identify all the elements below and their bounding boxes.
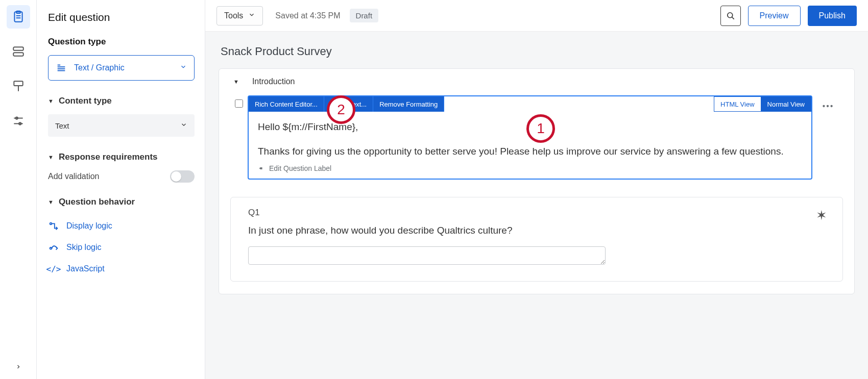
svg-rect-6: [14, 81, 22, 86]
chevron-down-icon: [248, 11, 255, 20]
rich-content-editor-button[interactable]: Rich Content Editor...: [249, 96, 324, 112]
topbar: Tools Saved at 4:35 PM Draft Preview Pub…: [205, 0, 868, 32]
code-icon: </>: [48, 263, 59, 274]
publish-button[interactable]: Publish: [808, 6, 857, 26]
caret-down-icon: ▼: [48, 154, 54, 160]
edit-panel: Edit question Question type Text / Graph…: [37, 0, 205, 379]
content-type-value: Text: [55, 121, 69, 130]
question-type-heading: Question type: [48, 37, 195, 47]
rail-item-workflows[interactable]: [7, 40, 30, 63]
svg-point-17: [50, 247, 52, 249]
display-logic-action[interactable]: Display logic: [48, 215, 195, 237]
editor-toolbar: Rich Content Editor... Piped Text... Rem…: [249, 96, 811, 112]
svg-point-18: [727, 12, 732, 17]
normal-view-button[interactable]: Normal View: [761, 96, 811, 112]
tools-dropdown[interactable]: Tools: [216, 6, 263, 26]
content-type-heading[interactable]: ▼ Content type: [48, 96, 195, 106]
add-validation-toggle[interactable]: [170, 170, 195, 183]
editor-line: Thanks for giving us the opportunity to …: [258, 144, 802, 159]
javascript-action[interactable]: </> JavaScript: [48, 258, 195, 280]
svg-line-19: [732, 17, 734, 19]
nav-rail: [0, 0, 37, 379]
edit-question-label[interactable]: Edit Question Label: [258, 164, 802, 172]
skip-logic-action[interactable]: Skip logic: [48, 237, 195, 258]
rail-item-options[interactable]: [7, 109, 30, 133]
question-text-editor[interactable]: Hello ${m://FirstName}, Thanks for givin…: [249, 112, 811, 179]
question-response-input[interactable]: [248, 246, 606, 265]
required-star-icon: ✶: [816, 208, 827, 223]
rail-item-look-feel[interactable]: [7, 74, 30, 98]
caret-down-icon: ▼: [48, 98, 54, 104]
remove-formatting-button[interactable]: Remove Formatting: [373, 96, 444, 112]
chevron-down-icon: [180, 121, 187, 130]
draft-badge: Draft: [350, 9, 379, 22]
question-card-q1[interactable]: Q1 In just one phrase, how would you des…: [230, 197, 843, 282]
svg-point-22: [830, 105, 832, 107]
editor-line: Hello ${m://FirstName},: [258, 120, 802, 134]
add-validation-label: Add validation: [48, 172, 100, 181]
preview-button[interactable]: Preview: [748, 6, 801, 26]
saved-label: Saved at 4:35 PM: [275, 11, 340, 20]
text-graphic-icon: [56, 62, 67, 73]
block-name: Introduction: [252, 77, 295, 86]
caret-down-icon: ▼: [233, 79, 239, 85]
selected-question[interactable]: Rich Content Editor... Piped Text... Rem…: [248, 95, 812, 180]
search-button[interactable]: [720, 6, 741, 26]
rail-collapse[interactable]: [0, 364, 36, 370]
canvas: Snack Product Survey ▼ Introduction Rich…: [205, 32, 868, 379]
caret-down-icon: ▼: [48, 199, 54, 205]
rail-item-survey[interactable]: [7, 5, 30, 29]
panel-title: Edit question: [48, 11, 195, 23]
question-number: Q1: [248, 208, 825, 218]
question-text: In just one phrase, how would you descri…: [248, 225, 825, 236]
svg-rect-4: [13, 47, 23, 50]
chevron-down-icon: [180, 63, 187, 72]
question-type-value: Text / Graphic: [74, 63, 125, 72]
question-behavior-heading[interactable]: ▼ Question behavior: [48, 197, 195, 207]
question-select-checkbox[interactable]: [235, 99, 243, 108]
svg-point-20: [823, 105, 825, 107]
survey-title: Snack Product Survey: [221, 45, 855, 58]
svg-rect-5: [13, 53, 23, 56]
main-area: Tools Saved at 4:35 PM Draft Preview Pub…: [205, 0, 868, 379]
question-type-select[interactable]: Text / Graphic: [48, 55, 195, 81]
question-block: ▼ Introduction Rich Content Editor... Pi…: [219, 68, 855, 294]
html-view-button[interactable]: HTML View: [714, 96, 761, 112]
piped-text-button[interactable]: Piped Text...: [324, 96, 373, 112]
content-type-select[interactable]: Text: [48, 114, 195, 137]
svg-point-16: [50, 223, 52, 225]
response-requirements-heading[interactable]: ▼ Response requirements: [48, 152, 195, 162]
block-header[interactable]: ▼ Introduction: [230, 77, 843, 86]
question-actions-menu[interactable]: [812, 95, 843, 113]
svg-point-21: [827, 105, 829, 107]
